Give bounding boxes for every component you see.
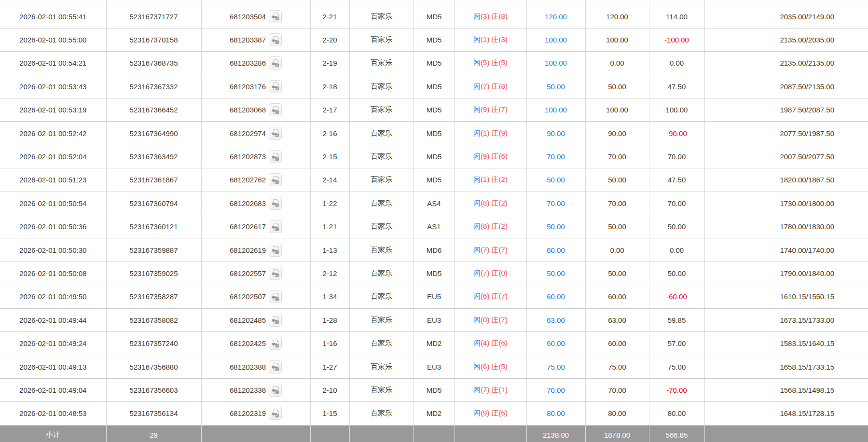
cell-bet-time: 2026-02-01 00:55:00 xyxy=(0,28,106,51)
bet-amount-link[interactable]: 60.00 xyxy=(547,339,565,347)
bet-amount-link[interactable]: 100.00 xyxy=(545,59,567,67)
result-detail: (3) 庄(8) xyxy=(481,12,508,20)
video-replay-button[interactable] xyxy=(269,267,282,280)
cell-balance: 1730.00/1800.00 xyxy=(704,192,868,215)
bet-amount-link[interactable]: 60.00 xyxy=(547,292,565,301)
cell-valid-amount: 100.00 xyxy=(585,28,649,51)
result-detail: (6) 庄(5) xyxy=(481,362,508,371)
cell-balance: 1583.15/1640.15 xyxy=(704,332,868,355)
cell-server-code: MD6 xyxy=(413,238,455,262)
cell-bet-time: 2026-02-01 00:49:44 xyxy=(0,308,106,332)
bet-amount-link[interactable]: 70.00 xyxy=(547,199,565,207)
cell-order-number: 523167364990 xyxy=(106,122,201,145)
cell-bet-amount: 50.00 xyxy=(526,262,585,285)
cell-game-type: 百家乐 xyxy=(349,122,413,145)
bet-amount-link[interactable]: 60.00 xyxy=(547,246,565,254)
video-replay-button[interactable] xyxy=(269,384,282,397)
bet-amount-link[interactable]: 90.00 xyxy=(547,129,565,138)
video-record-icon xyxy=(271,129,280,138)
cell-table-number: 1-16 xyxy=(310,332,349,355)
cell-game-result: 闲(1) 庄(2) xyxy=(455,168,526,192)
video-replay-button[interactable] xyxy=(269,314,282,327)
cell-win-loss: 50.00 xyxy=(649,215,704,238)
bet-amount-link[interactable]: 70.00 xyxy=(547,152,565,161)
cell-game-result: 闲(9) 庄(6) xyxy=(455,145,526,168)
bet-amount-link[interactable]: 50.00 xyxy=(547,222,565,231)
video-replay-button[interactable] xyxy=(269,220,282,233)
cell-order-number: 523167367332 xyxy=(106,75,201,98)
cell-balance: 2135.00/2135.00 xyxy=(704,52,868,75)
video-replay-button[interactable] xyxy=(269,173,282,186)
cell-server-code: EU3 xyxy=(413,355,455,378)
bet-amount-link[interactable]: 50.00 xyxy=(547,176,565,184)
bet-amount-link[interactable]: 75.00 xyxy=(547,363,565,371)
cell-table-number: 2-12 xyxy=(310,262,349,285)
cell-round-number: 681202762 xyxy=(201,168,310,192)
bet-amount-link[interactable]: 50.00 xyxy=(547,269,565,277)
cell-bet-time: 2026-02-01 00:49:50 xyxy=(0,285,106,308)
cell-balance: 1610.15/1550.15 xyxy=(704,285,868,308)
clipped-cell xyxy=(704,0,868,5)
cell-bet-time: 2026-02-01 00:49:13 xyxy=(0,355,106,378)
cell-balance: 1673.15/1733.00 xyxy=(704,308,868,332)
table-row: 2026-02-01 00:53:43 523167367332 6812031… xyxy=(0,75,868,98)
video-replay-button[interactable] xyxy=(269,197,282,210)
cell-game-result: 闲(4) 庄(6) xyxy=(455,332,526,355)
result-detail: (1) 庄(2) xyxy=(481,175,508,183)
bet-amount-link[interactable]: 80.00 xyxy=(547,409,565,417)
bet-amount-link[interactable]: 100.00 xyxy=(545,106,567,114)
video-replay-button[interactable] xyxy=(269,103,282,116)
table-row: 2026-02-01 00:49:50 523167358287 6812025… xyxy=(0,285,868,308)
video-replay-button[interactable] xyxy=(269,407,282,420)
video-replay-button[interactable] xyxy=(269,290,282,303)
video-replay-button[interactable] xyxy=(269,80,282,93)
bet-amount-link[interactable]: 100.00 xyxy=(545,36,567,44)
video-replay-button[interactable] xyxy=(269,360,282,373)
video-replay-button[interactable] xyxy=(269,33,282,46)
cell-game-type: 百家乐 xyxy=(349,98,413,122)
cell-win-loss: -70.00 xyxy=(649,378,704,401)
cell-server-code: MD5 xyxy=(413,28,455,51)
cell-balance: 2087.50/2135.00 xyxy=(704,75,868,98)
cell-bet-amount: 80.00 xyxy=(526,402,585,425)
video-replay-button[interactable] xyxy=(269,150,282,163)
clipped-cell xyxy=(526,0,585,5)
subtotal-label: 小计 xyxy=(0,425,106,442)
cell-game-result: 闲(6) 庄(7) xyxy=(455,285,526,308)
table-row: 2026-02-01 00:49:24 523167357240 6812024… xyxy=(0,332,868,355)
cell-round-number: 681202974 xyxy=(201,122,310,145)
bet-amount-link[interactable]: 50.00 xyxy=(547,83,565,91)
cell-bet-time: 2026-02-01 00:49:04 xyxy=(0,378,106,401)
clipped-cell xyxy=(201,0,310,5)
cell-bet-amount: 60.00 xyxy=(526,285,585,308)
cell-round-number: 681203176 xyxy=(201,75,310,98)
cell-server-code: MD5 xyxy=(413,145,455,168)
cell-bet-amount: 100.00 xyxy=(526,98,585,122)
cell-win-loss: 59.85 xyxy=(649,308,704,332)
cell-game-type: 百家乐 xyxy=(349,402,413,425)
cell-table-number: 1-34 xyxy=(310,285,349,308)
cell-game-result: 闲(9) 庄(7) xyxy=(455,98,526,122)
cell-bet-amount: 100.00 xyxy=(526,52,585,75)
video-replay-button[interactable] xyxy=(269,10,282,23)
cell-bet-time: 2026-02-01 00:49:24 xyxy=(0,332,106,355)
cell-order-number: 523167358287 xyxy=(106,285,201,308)
video-replay-button[interactable] xyxy=(269,127,282,140)
cell-valid-amount: 120.00 xyxy=(585,5,649,28)
result-player-label: 闲 xyxy=(473,222,481,230)
cell-game-result: 闲(0) 庄(7) xyxy=(455,308,526,332)
cell-game-type: 百家乐 xyxy=(349,215,413,238)
bet-amount-link[interactable]: 120.00 xyxy=(545,13,567,21)
cell-win-loss: 100.00 xyxy=(649,98,704,122)
video-replay-button[interactable] xyxy=(269,337,282,350)
cell-bet-time: 2026-02-01 00:53:19 xyxy=(0,98,106,122)
table-row: 2026-02-01 00:48:53 523167356134 6812023… xyxy=(0,402,868,425)
cell-bet-amount: 100.00 xyxy=(526,28,585,51)
bet-amount-link[interactable]: 63.00 xyxy=(547,316,565,324)
video-replay-button[interactable] xyxy=(269,56,282,69)
bet-amount-link[interactable]: 70.00 xyxy=(547,386,565,394)
subtotal-empty-cell xyxy=(455,425,526,442)
table-row: 2026-02-01 00:52:42 523167364990 6812029… xyxy=(0,122,868,145)
round-number-text: 681202974 xyxy=(230,129,266,138)
video-replay-button[interactable] xyxy=(269,244,282,257)
